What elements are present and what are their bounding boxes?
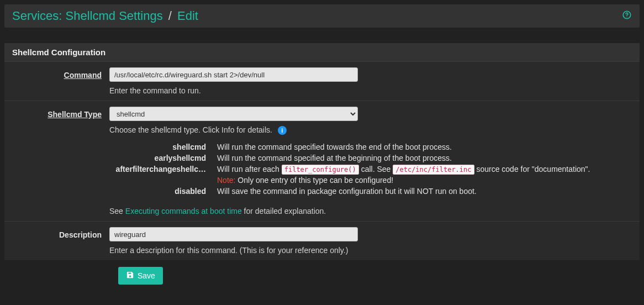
save-icon [126,271,134,281]
type-val-early: Will run the command specified at the be… [217,154,632,162]
type-val-disabled: Will save the command in package configu… [217,187,632,196]
config-panel: Shellcmd Configuration Command Enter the… [4,43,640,260]
label-type: Shellcmd Type [47,110,102,119]
type-select[interactable]: shellcmd [109,107,358,121]
info-icon[interactable]: i [278,126,287,135]
save-button[interactable]: Save [118,267,163,285]
type-key-shellcmd: shellcmd [109,143,217,151]
svg-point-1 [626,17,627,17]
label-description: Description [59,230,102,239]
save-label: Save [138,271,155,280]
command-input[interactable] [109,67,358,82]
panel-title: Shellcmd Configuration [4,43,640,61]
type-key-disabled: disabled [109,187,217,196]
type-val-shellcmd: Will run the command specified towards t… [217,143,632,151]
see-also: See Executing commands at boot time for … [109,207,632,215]
type-details: shellcmd Will run the command specified … [109,141,632,197]
type-key-afterfilter: afterfilterchangeshellc… [109,165,217,173]
breadcrumb: Services: Shellcmd Settings / Edit [4,4,640,28]
breadcrumb-root[interactable]: Services: Shellcmd Settings [12,9,163,23]
command-help: Enter the command to run. [109,86,632,95]
breadcrumb-leaf[interactable]: Edit [177,9,198,23]
description-help: Enter a description for this command. (T… [109,246,632,255]
description-input[interactable] [109,227,358,241]
type-note: Note: Only one entry of this type can be… [217,176,632,185]
code-filter-fn: filter_configure() [282,165,359,175]
docs-link[interactable]: Executing commands at boot time [125,207,242,215]
breadcrumb-sep: / [168,9,172,23]
help-icon[interactable] [622,10,632,23]
type-val-afterfilter: Will run after each filter_configure() c… [217,165,632,173]
label-command: Command [64,71,102,80]
type-key-early: earlyshellcmd [109,154,217,162]
type-help: Choose the shellcmd type. Click Info for… [109,125,272,134]
code-filter-inc: /etc/inc/filter.inc [393,165,474,175]
